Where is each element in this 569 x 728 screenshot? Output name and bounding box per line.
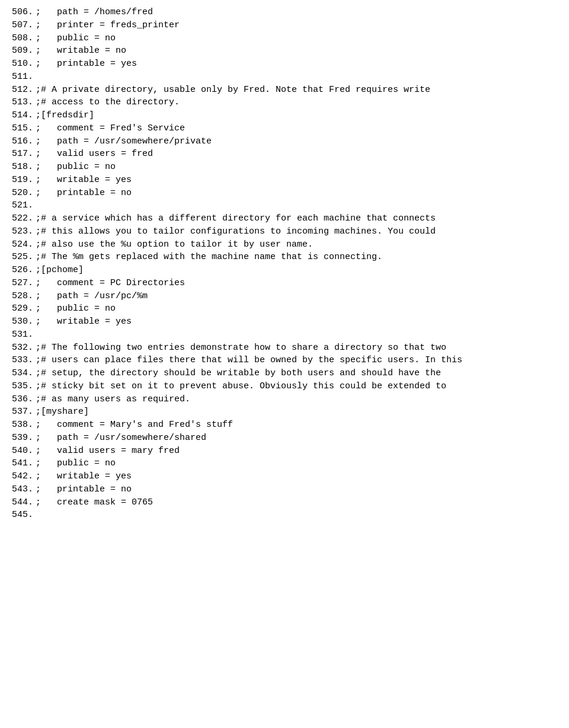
table-row: 510.; printable = yes	[12, 58, 557, 71]
line-number: 534.	[12, 367, 36, 380]
line-number: 537.	[12, 405, 36, 419]
line-number: 510.	[12, 58, 36, 71]
line-number: 526.	[12, 264, 36, 277]
line-content: ;# The following two entries demonstrate…	[36, 341, 446, 355]
table-row: 506.; path = /homes/fred	[12, 6, 557, 19]
line-content: ;# setup, the directory should be writab…	[36, 367, 441, 380]
table-row: 541.; public = no	[12, 457, 557, 470]
line-content: ; writable = no	[36, 44, 126, 58]
table-row: 525.;# The %m gets replaced with the mac…	[12, 251, 557, 264]
line-content: ;# access to the directory.	[36, 96, 180, 109]
line-number: 506.	[12, 6, 36, 19]
line-content: ; writable = yes	[36, 470, 132, 483]
table-row: 513.;# access to the directory.	[12, 96, 557, 109]
table-row: 514.;[fredsdir]	[12, 109, 557, 122]
line-number: 536.	[12, 393, 36, 406]
table-row: 544.; create mask = 0765	[12, 496, 557, 509]
line-number: 525.	[12, 251, 36, 264]
code-viewer: 506.; path = /homes/fred507.; printer = …	[12, 6, 557, 522]
line-number: 539.	[12, 432, 36, 445]
line-content: ; public = no	[36, 161, 116, 174]
line-number: 532.	[12, 341, 36, 355]
table-row: 519.; writable = yes	[12, 174, 557, 187]
line-number: 513.	[12, 96, 36, 109]
line-number: 518.	[12, 161, 36, 174]
table-row: 530.; writable = yes	[12, 315, 557, 328]
line-number: 527.	[12, 277, 36, 290]
line-number: 515.	[12, 122, 36, 135]
table-row: 515.; comment = Fred's Service	[12, 122, 557, 135]
line-number: 529.	[12, 302, 36, 315]
line-content: ;# sticky bit set on it to prevent abuse…	[36, 380, 446, 393]
line-content: ;# a service which has a different direc…	[36, 212, 436, 225]
line-content: ; public = no	[36, 457, 116, 470]
table-row: 517.; valid users = fred	[12, 148, 557, 161]
line-number: 524.	[12, 238, 36, 251]
line-content: ;# as many users as required.	[36, 393, 190, 406]
table-row: 531.	[12, 328, 557, 341]
line-number: 541.	[12, 457, 36, 470]
line-content: ; writable = yes	[36, 315, 132, 328]
line-number: 516.	[12, 135, 36, 148]
line-content: ;[pchome]	[36, 264, 84, 277]
line-number: 517.	[12, 148, 36, 161]
line-number: 507.	[12, 19, 36, 32]
table-row: 545.	[12, 509, 557, 522]
line-content: ; valid users = mary fred	[36, 445, 180, 458]
line-content: ; printable = no	[36, 187, 132, 200]
table-row: 512.;# A private directory, usable only …	[12, 84, 557, 97]
table-row: 509.; writable = no	[12, 44, 557, 58]
table-row: 521.	[12, 199, 557, 212]
line-number: 523.	[12, 225, 36, 238]
line-number: 533.	[12, 354, 36, 367]
table-row: 518.; public = no	[12, 161, 557, 174]
line-number: 531.	[12, 328, 36, 341]
table-row: 536.;# as many users as required.	[12, 393, 557, 406]
line-content: ; path = /usr/pc/%m	[36, 290, 148, 303]
line-content: ;# also use the %u option to tailor it b…	[36, 238, 313, 251]
line-number: 509.	[12, 44, 36, 58]
line-content: ; public = no	[36, 32, 116, 45]
line-content: ;[myshare]	[36, 405, 89, 419]
table-row: 526.;[pchome]	[12, 264, 557, 277]
line-content: ; path = /usr/somewhere/private	[36, 135, 212, 148]
line-content: ; create mask = 0765	[36, 496, 153, 509]
line-number: 535.	[12, 380, 36, 393]
table-row: 534.;# setup, the directory should be wr…	[12, 367, 557, 380]
table-row: 516.; path = /usr/somewhere/private	[12, 135, 557, 148]
table-row: 537.;[myshare]	[12, 405, 557, 419]
line-content: ; printable = no	[36, 483, 132, 496]
line-number: 544.	[12, 496, 36, 509]
line-number: 528.	[12, 290, 36, 303]
line-content: ; valid users = fred	[36, 148, 153, 161]
table-row: 539.; path = /usr/somewhere/shared	[12, 432, 557, 445]
table-row: 520.; printable = no	[12, 187, 557, 200]
line-number: 508.	[12, 32, 36, 45]
line-number: 545.	[12, 509, 36, 522]
line-number: 519.	[12, 174, 36, 187]
line-content: ; comment = PC Directories	[36, 277, 185, 290]
table-row: 523.;# this allows you to tailor configu…	[12, 225, 557, 238]
table-row: 507.; printer = freds_printer	[12, 19, 557, 32]
table-row: 538.; comment = Mary's and Fred's stuff	[12, 419, 557, 432]
line-number: 540.	[12, 445, 36, 458]
table-row: 528.; path = /usr/pc/%m	[12, 290, 557, 303]
line-number: 543.	[12, 483, 36, 496]
line-number: 522.	[12, 212, 36, 225]
table-row: 527.; comment = PC Directories	[12, 277, 557, 290]
table-row: 532.;# The following two entries demonst…	[12, 341, 557, 355]
line-number: 530.	[12, 315, 36, 328]
line-content: ; printer = freds_printer	[36, 19, 180, 32]
table-row: 511.	[12, 71, 557, 84]
line-number: 538.	[12, 419, 36, 432]
line-content: ;# The %m gets replaced with the machine…	[36, 251, 382, 264]
line-content: ; printable = yes	[36, 58, 137, 71]
line-number: 512.	[12, 84, 36, 97]
line-number: 511.	[12, 71, 36, 84]
line-content: ; path = /usr/somewhere/shared	[36, 432, 206, 445]
line-content: ;# users can place files there that will…	[36, 354, 462, 367]
line-number: 521.	[12, 199, 36, 212]
table-row: 529.; public = no	[12, 302, 557, 315]
table-row: 522.;# a service which has a different d…	[12, 212, 557, 225]
line-number: 542.	[12, 470, 36, 483]
